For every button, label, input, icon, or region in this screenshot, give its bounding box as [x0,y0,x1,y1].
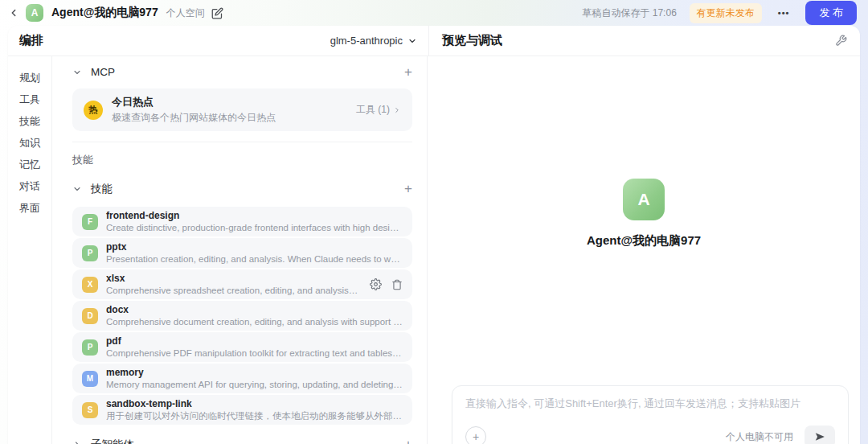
preview-agent-block: A Agent@我的电脑977 [428,179,860,249]
attach-plus-icon[interactable]: + [465,426,486,444]
skill-card[interactable]: S sandbox-temp-link 用于创建可以对外访问的临时代理链接，使本… [72,395,412,425]
wrench-icon[interactable] [835,35,847,47]
skill-description: Presentation creation, editing, and anal… [106,254,403,265]
subagents-group-title: 子智能体 [91,438,134,444]
skill-letter-icon: F [82,214,98,230]
mcp-item-card[interactable]: 热 今日热点 极速查询各个热门网站媒体的今日热点 工具 (1) [72,88,412,131]
skills-group-header[interactable]: 技能 + [72,182,412,196]
nav-item-记忆[interactable]: 记忆 [19,154,40,175]
skill-text: xlsx Comprehensive spreadsheet creation,… [106,273,358,296]
topbar: A Agent@我的电脑977 个人空间 草稿自动保存于 17:06 有更新未发… [0,0,868,26]
chevron-down-icon [407,36,417,46]
chevron-right-icon [72,440,82,444]
skill-name: pdf [106,336,403,347]
skill-text: sandbox-temp-link 用于创建可以对外访问的临时代理链接，使本地启… [106,399,403,421]
nav-item-界面[interactable]: 界面 [19,197,40,219]
skill-settings-icon[interactable] [370,278,382,290]
send-button[interactable] [805,426,835,444]
model-selector[interactable]: glm-5-anthropic [330,35,417,47]
orchestration-header: 编排 glm-5-anthropic [8,26,428,56]
mcp-item-description: 极速查询各个热门网站媒体的今日热点 [112,111,347,125]
orchestration-nav: 规划工具技能知识记忆对话界面 [8,56,52,444]
section-divider [72,142,412,142]
nav-item-技能[interactable]: 技能 [19,110,40,132]
skill-card[interactable]: X xlsx Comprehensive spreadsheet creatio… [72,269,412,299]
skill-letter-icon: P [82,339,98,356]
edit-icon[interactable] [211,7,223,19]
add-subagent-icon[interactable]: + [404,439,412,444]
publish-button[interactable]: 发 布 [805,1,857,25]
skill-name: memory [106,368,403,378]
skill-card[interactable]: M memory Memory management API for query… [72,364,412,393]
preview-agent-name: Agent@我的电脑977 [587,233,701,249]
workspace-label: 个人空间 [166,6,205,20]
more-icon[interactable]: ••• [778,8,790,18]
hot-badge-icon: 热 [84,101,103,120]
nav-item-规划[interactable]: 规划 [19,67,40,88]
mcp-tools-link[interactable]: 工具 (1) [356,103,401,117]
model-selector-value: glm-5-anthropic [330,35,403,47]
mcp-group-title: MCP [91,66,115,78]
card-header: 编排 glm-5-anthropic 预览与调试 [8,26,860,56]
mcp-item-name: 今日热点 [112,95,347,109]
skills-list: F frontend-design Create distinctive, pr… [72,207,412,425]
skill-letter-icon: S [82,402,98,418]
skill-letter-icon: P [82,245,98,261]
agent-avatar-large: A [623,179,665,220]
main-card: 编排 glm-5-anthropic 预览与调试 规划工具技能知识记忆对话界面 … [8,26,860,444]
chat-input[interactable] [465,397,835,411]
preview-header: 预览与调试 [428,26,860,56]
preview-panel: A Agent@我的电脑977 + 个人电脑不可用 [428,56,860,444]
back-icon[interactable] [8,7,19,18]
skill-text: memory Memory management API for queryin… [106,368,403,390]
skill-letter-icon: D [82,308,98,324]
skill-actions [366,278,403,290]
skill-card[interactable]: P pdf Comprehensive PDF manipulation too… [72,332,412,362]
skill-description: Memory management API for querying, stor… [106,380,403,390]
skill-text: frontend-design Create distinctive, prod… [106,211,403,233]
skill-card[interactable]: P pptx Presentation creation, editing, a… [72,238,412,268]
skills-section-label: 技能 [72,153,412,167]
skill-text: pdf Comprehensive PDF manipulation toolk… [106,336,403,359]
add-skill-icon[interactable]: + [404,183,412,195]
skill-card[interactable]: F frontend-design Create distinctive, pr… [72,207,412,236]
chat-input-toolbar: + 个人电脑不可用 [465,426,835,444]
add-mcp-icon[interactable]: + [404,67,412,78]
skill-description: Comprehensive document creation, editing… [106,317,403,327]
agent-title: Agent@我的电脑977 [51,6,158,20]
orchestration-panel: MCP + 热 今日热点 极速查询各个热门网站媒体的今日热点 工具 (1) 技能 [52,56,428,444]
card-body: 规划工具技能知识记忆对话界面 MCP + 热 今日热点 极速查询各个热门网站媒体… [8,56,860,444]
nav-item-知识[interactable]: 知识 [19,132,40,154]
pc-status-label: 个人电脑不可用 [726,430,793,444]
chevron-right-icon [393,106,401,114]
chevron-down-icon [72,68,82,77]
skills-group-title: 技能 [91,182,113,196]
skill-delete-icon[interactable] [391,278,403,290]
chevron-down-icon [72,184,82,194]
subagents-group-header[interactable]: 子智能体 + [72,438,412,444]
skill-text: pptx Presentation creation, editing, and… [106,242,403,265]
mcp-group-header[interactable]: MCP + [72,66,412,78]
skill-description: Comprehensive spreadsheet creation, edit… [106,286,358,296]
skill-name: frontend-design [106,211,403,221]
skill-description: Comprehensive PDF manipulation toolkit f… [106,348,403,359]
skill-name: pptx [106,242,403,253]
skill-name: sandbox-temp-link [106,399,403,409]
preview-title: 预览与调试 [442,33,502,48]
mcp-item-text: 今日热点 极速查询各个热门网站媒体的今日热点 [112,95,347,125]
skill-name: xlsx [106,273,358,284]
nav-item-工具[interactable]: 工具 [19,88,40,110]
orchestration-title: 编排 [19,33,43,48]
skill-name: docx [106,305,403,315]
chat-input-card: + 个人电脑不可用 [452,385,849,444]
skill-letter-icon: X [82,277,98,293]
agent-avatar: A [26,4,43,22]
nav-item-对话[interactable]: 对话 [19,175,40,197]
autosave-status: 草稿自动保存于 17:06 [582,6,676,20]
skill-letter-icon: M [82,371,98,387]
mcp-tools-count: 工具 (1) [356,103,390,117]
send-icon [814,431,825,442]
skill-card[interactable]: D docx Comprehensive document creation, … [72,301,412,331]
skill-text: docx Comprehensive document creation, ed… [106,305,403,327]
skill-description: Create distinctive, production-grade fro… [106,223,403,233]
